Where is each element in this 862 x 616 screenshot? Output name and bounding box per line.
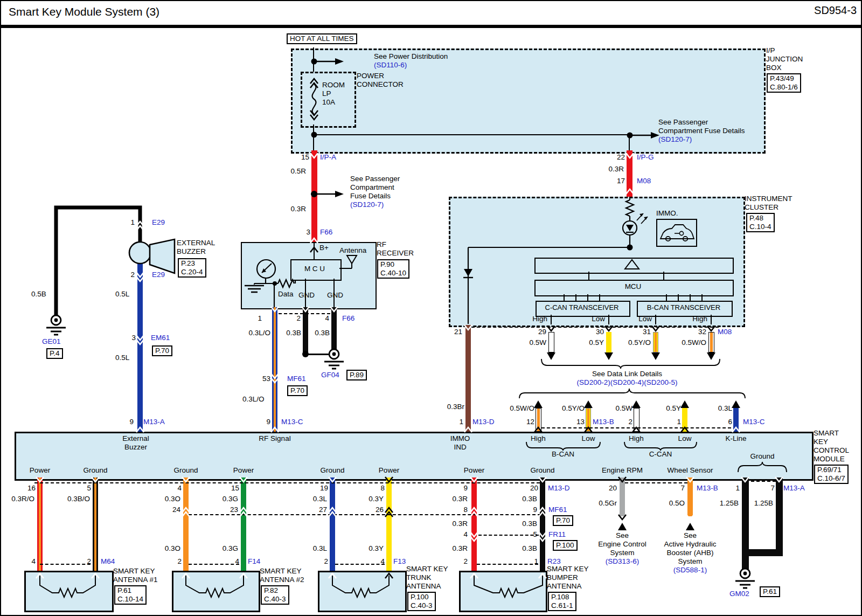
gauge-03o: 0.3O (165, 495, 180, 503)
pin-8-mf61: 8 (463, 506, 468, 514)
conn-m13a-top: M13-A (143, 418, 165, 426)
wire-ground-2 (776, 477, 783, 556)
antenna-label: Antenna (339, 246, 366, 254)
see-passenger-fuse-ref: (SD120-7) (658, 135, 692, 143)
pin-9b: 9 (463, 484, 468, 492)
immo-label: IMMO. (656, 209, 678, 217)
gauge-03br: 0.3Br (447, 403, 464, 411)
bumper-name-3: ANTENNA (547, 582, 582, 590)
bcan-transceiver-label: B-CAN TRANSCEIVER (647, 303, 720, 312)
gauge-05wo-up: 0.5W/O (510, 404, 534, 412)
ant2-ref: P.82C.40-3 (261, 585, 289, 605)
wire-ant1-ground (93, 477, 98, 571)
conn-ipg: I/P-G (637, 153, 654, 161)
rf-mcu-label: M C U (304, 265, 325, 273)
gauge-05l-2: 0.5L (115, 354, 129, 362)
pin-26: 26 (376, 506, 384, 514)
ccan-transceiver-label: C-CAN TRANSCEIVER (545, 303, 618, 312)
gauge-05yo-up: 0.5Y/O (562, 404, 585, 412)
ip-junction-box (291, 49, 766, 154)
gauge-05w-up: 0.5W (615, 404, 632, 412)
conn-m13a-bottom: M13-A (783, 484, 805, 492)
pin-7-gnd: 7 (770, 484, 775, 492)
pin-5-fr11: 5 (533, 530, 537, 538)
conn-e29-2: E29 (152, 271, 165, 279)
pin-24: 24 (172, 506, 180, 514)
gauge-05wo: 0.5W/O (682, 338, 706, 347)
conn-e29-1: E29 (152, 218, 165, 226)
pin-1-e29: 1 (130, 218, 135, 226)
cluster-input-bar (534, 258, 734, 274)
gauge-03ro: 0.3R/O (11, 495, 34, 503)
wire-ipa-red (311, 150, 317, 242)
wire-buzzer-blue (137, 264, 143, 432)
ip-box-name: I/P (766, 46, 775, 54)
wire-29-white (548, 332, 554, 352)
conn-mf61-bumper: MF61 (548, 506, 567, 514)
rf-ref: P.90C.40-10 (377, 259, 409, 279)
ant1-ref: P.61C.10-14 (114, 585, 147, 605)
rpm-see: See (616, 531, 629, 539)
module-label-high1: High (531, 434, 546, 442)
module-label-high2: High (629, 434, 644, 442)
gauge-03o-2: 0.3O (165, 544, 180, 552)
gauge-03l-up: 0.3L (718, 404, 732, 412)
feed-line (629, 135, 630, 150)
gauge-03l: 0.3L (313, 495, 327, 503)
pin-2-can: 2 (628, 418, 632, 426)
feed-bus-line (314, 134, 630, 135)
conn-m13c-kline: M13-C (743, 418, 765, 426)
module-label-ground1: Ground (83, 466, 107, 474)
gauge-03y-2: 0.3Y (369, 544, 384, 552)
pin-9-m13a: 9 (129, 418, 134, 426)
conn-fr11-ref: P.100 (553, 540, 578, 551)
see-power-distribution: See Power Distribution (374, 52, 448, 60)
smart-key-trunk-antenna-box (318, 571, 407, 612)
smart-key-antenna-2-box (172, 571, 260, 612)
pin-31: 31 (643, 328, 651, 336)
wheel-ref: (SD588-1) (673, 566, 707, 574)
hot-at-all-times-label: HOT AT ALL TIMES (287, 33, 357, 44)
module-label-immo: IMMO (450, 434, 470, 442)
gauge-03g: 0.3G (223, 495, 238, 503)
pin-23: 23 (230, 506, 238, 514)
pin-16: 16 (27, 484, 36, 492)
wheel-see-3: Booster (AHB) (666, 549, 713, 557)
gauge-05o: 0.5O (669, 499, 685, 507)
pin-15a: 15 (231, 484, 239, 492)
ground-ge01: GE01 (42, 337, 61, 345)
module-label-engine-rpm: Engine RPM (602, 466, 643, 474)
wire-rf-gnd2 (331, 307, 337, 351)
gauge-05y-up: 0.5Y (666, 404, 681, 412)
see-data-link-ref: (SD200-2)(SD200-4)(SD200-5) (577, 378, 678, 386)
smart-key-bumper-antenna-box (459, 571, 547, 612)
pin-3-em61: 3 (131, 334, 136, 342)
module-label-kline: K-Line (725, 434, 746, 442)
wire-ant2-power (241, 477, 246, 571)
gauge-05gr: 0.5Gr (599, 499, 617, 507)
power-connector-label: POWER (357, 72, 384, 80)
gauge-05r: 0.5R (290, 167, 306, 175)
bcan-low-label: Low (638, 315, 652, 323)
immo-icon-box (656, 219, 697, 247)
pin-2-f66: 2 (296, 314, 301, 322)
ant1-name-2: ANTENNA #1 (113, 576, 158, 584)
cluster-name: INSTRUMENT (745, 195, 793, 203)
gauge-03r-b: 0.3R (452, 495, 468, 503)
pin-2-f14: 2 (177, 557, 182, 565)
rf-name-2: RECEIVER (377, 249, 414, 257)
gauge-03b-2: 0.3B (315, 329, 330, 337)
brace-up (519, 389, 745, 398)
gnd-label-2: GND (327, 291, 343, 299)
pin-12: 12 (526, 418, 534, 426)
module-label-power3: Power (379, 466, 399, 474)
wire-rf-gnd1 (303, 307, 308, 355)
buzzer-name: EXTERNAL (177, 239, 215, 247)
pin-32: 32 (698, 328, 706, 336)
fuse-name-2: LP (322, 89, 331, 98)
gauge-05l: 0.5L (115, 290, 129, 298)
gauge-03r: 0.3R (290, 205, 306, 213)
see-passenger-mid-ref: (SD120-7) (350, 200, 384, 209)
wheel-see: See (684, 531, 697, 539)
pin-22: 22 (617, 153, 625, 161)
